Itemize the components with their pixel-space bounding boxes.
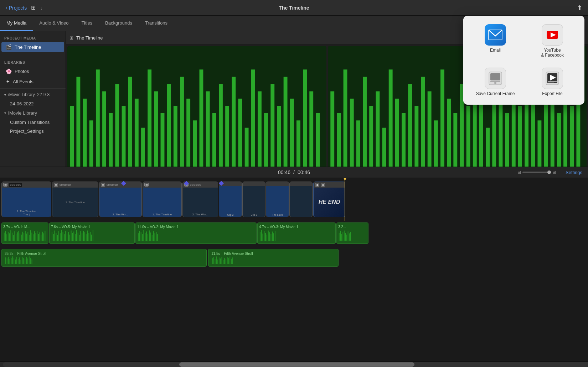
- events-icon: ✦: [6, 79, 10, 84]
- library-icon[interactable]: ⊞: [31, 4, 36, 11]
- chevron-down-icon: ▾: [4, 93, 6, 97]
- svg-rect-230: [148, 234, 148, 241]
- youtube-facebook-label: YouTube& Facebook: [541, 48, 564, 58]
- sidebar-item-all-events[interactable]: ✦ All Events: [1, 77, 64, 86]
- svg-rect-179: [29, 235, 30, 241]
- clips-row: ☰ 00:00:00 1. The Timeline The | ☰ 00:00…: [0, 178, 588, 221]
- sidebar-item-project-settings[interactable]: Project_Settings: [0, 127, 66, 136]
- sort-icon[interactable]: ↓: [40, 5, 42, 11]
- clip-7[interactable]: Clip 2: [242, 182, 265, 217]
- svg-rect-239: [261, 230, 262, 241]
- svg-rect-219: [88, 233, 89, 241]
- the-end-handle-right[interactable]: ◉: [321, 183, 325, 187]
- music-2-label: 11.5s – Fifth Avenue Stroll: [211, 252, 335, 256]
- back-label[interactable]: Projects: [9, 5, 27, 11]
- zoom-slider[interactable]: ⊟ ⊞: [517, 170, 556, 175]
- sidebar-item-timeline[interactable]: 🎬 The Timeline: [1, 42, 64, 52]
- playhead-top: [343, 178, 347, 181]
- svg-rect-164: [9, 233, 10, 241]
- tab-titles[interactable]: Titles: [75, 16, 99, 31]
- settings-button[interactable]: Settings: [566, 170, 582, 175]
- imovie-library2-header[interactable]: ▾ iMovie Library: [0, 108, 66, 118]
- imovie-library-header[interactable]: ▾ iMovie Library_22-9-8: [0, 90, 66, 99]
- chevron-down-icon-2: ▾: [4, 111, 6, 115]
- clip-4-handle[interactable]: ☰: [144, 183, 149, 187]
- svg-rect-290: [226, 259, 226, 264]
- svg-rect-293: [229, 256, 230, 264]
- vo-2[interactable]: 11.0s – VO-2: My Movie 1: [135, 222, 257, 244]
- svg-rect-225: [141, 232, 141, 241]
- vo-end[interactable]: 3.2...: [336, 222, 368, 244]
- time-display-bar: 00:46 / 00:46 ⊟ ⊞ Settings: [0, 167, 588, 178]
- scrollbar-thumb[interactable]: [179, 362, 414, 367]
- vo-5[interactable]: 7.6s – VO-5: My Movie 1: [49, 222, 135, 244]
- clip-2-handle[interactable]: ☰: [54, 183, 58, 187]
- clip-3-handle[interactable]: ☰: [101, 183, 105, 187]
- clip-9[interactable]: [289, 182, 313, 217]
- svg-rect-214: [82, 233, 82, 241]
- svg-rect-220: [90, 232, 91, 241]
- clip-3[interactable]: ☰ 00:00:00 2. The Win...: [99, 182, 142, 217]
- grid-view-icon[interactable]: ⊞: [69, 35, 73, 41]
- imovie-library2-group: ▾ iMovie Library Custom Transitions Proj…: [0, 108, 66, 136]
- top-bar: ‹ Projects ⊞ ↓ The Timeline ⬆: [0, 0, 588, 16]
- tab-backgrounds[interactable]: Backgrounds: [99, 16, 139, 31]
- tab-my-media[interactable]: My Media: [0, 16, 33, 31]
- svg-rect-199: [61, 230, 62, 241]
- clip-4[interactable]: ☰ 1. The Timeline: [143, 182, 182, 217]
- project-media-title: PROJECT MEDIA: [0, 33, 66, 42]
- svg-rect-282: [215, 259, 216, 264]
- tab-audio-video[interactable]: Audio & Video: [33, 16, 75, 31]
- export-icon[interactable]: ⬆: [577, 4, 582, 12]
- save-frame-label: Save Current Frame: [476, 91, 515, 96]
- svg-rect-190: [43, 233, 44, 241]
- share-save-frame[interactable]: Save Current Frame: [469, 65, 522, 99]
- svg-rect-174: [22, 232, 23, 241]
- tab-transitions[interactable]: Transitions: [139, 16, 174, 31]
- clip-1-handle[interactable]: ☰: [3, 183, 7, 187]
- the-end-handle-left[interactable]: ◉: [315, 183, 319, 187]
- clip-2[interactable]: ☰ 00:00:00 1. The Timeline: [52, 182, 98, 217]
- share-export-file[interactable]: Export File: [526, 65, 579, 99]
- sidebar-item-date[interactable]: 24-06-2022: [0, 99, 66, 108]
- clip-6[interactable]: Clip 2: [219, 182, 242, 217]
- media-browser-title: The Timeline: [76, 35, 103, 41]
- vo-1[interactable]: 3.7s – VO-1: M...: [1, 222, 48, 244]
- vo-3[interactable]: 4.7s – VO-3: My Movie 1: [257, 222, 336, 244]
- clip-5[interactable]: ☰ 00:00:00 2. The Win...: [182, 182, 218, 217]
- back-button[interactable]: ‹ Projects: [6, 5, 27, 11]
- scrollbar-track[interactable]: [3, 362, 588, 367]
- page-title: The Timeline: [279, 5, 309, 11]
- sidebar-item-custom-transitions[interactable]: Custom Transitions: [0, 118, 66, 127]
- svg-rect-252: [341, 234, 342, 241]
- svg-rect-243: [267, 235, 267, 241]
- music-2[interactable]: 11.5s – Fifth Avenue Stroll: [208, 249, 339, 267]
- svg-rect-274: [25, 259, 25, 264]
- svg-rect-241: [264, 231, 264, 241]
- share-youtube-facebook[interactable]: YouTube& Facebook: [526, 21, 579, 61]
- svg-rect-234: [153, 231, 154, 241]
- share-email[interactable]: Email: [469, 21, 522, 61]
- sidebar-item-photos[interactable]: 🌸 Photos: [1, 66, 64, 76]
- svg-rect-181: [31, 233, 32, 241]
- svg-rect-235: [155, 233, 155, 241]
- share-popup-grid: Email YouTube& Facebook Sa: [469, 21, 579, 99]
- sidebar-timeline-label: The Timeline: [15, 44, 41, 50]
- svg-rect-268: [16, 257, 17, 264]
- timeline-area: ☰ 00:00:00 1. The Timeline The | ☰ 00:00…: [0, 178, 588, 367]
- svg-rect-254: [344, 231, 345, 241]
- svg-rect-240: [263, 234, 263, 241]
- vo-2-label: 11.0s – VO-2: My Movie 1: [137, 225, 255, 229]
- svg-rect-260: [5, 257, 6, 264]
- clip-the-end[interactable]: ◉ ◉ HE END: [313, 182, 345, 217]
- svg-rect-222: [93, 230, 93, 241]
- svg-rect-250: [339, 233, 340, 241]
- svg-rect-216: [84, 232, 85, 241]
- svg-rect-302: [490, 81, 500, 82]
- clip-1[interactable]: ☰ 00:00:00 1. The Timeline The |: [1, 182, 51, 217]
- music-1[interactable]: 35.3s – Fifth Avenue Stroll: [1, 249, 207, 267]
- playhead[interactable]: [345, 178, 345, 221]
- clip-8[interactable]: The a Bin: [266, 182, 289, 217]
- svg-rect-204: [68, 232, 69, 241]
- svg-rect-170: [17, 232, 18, 241]
